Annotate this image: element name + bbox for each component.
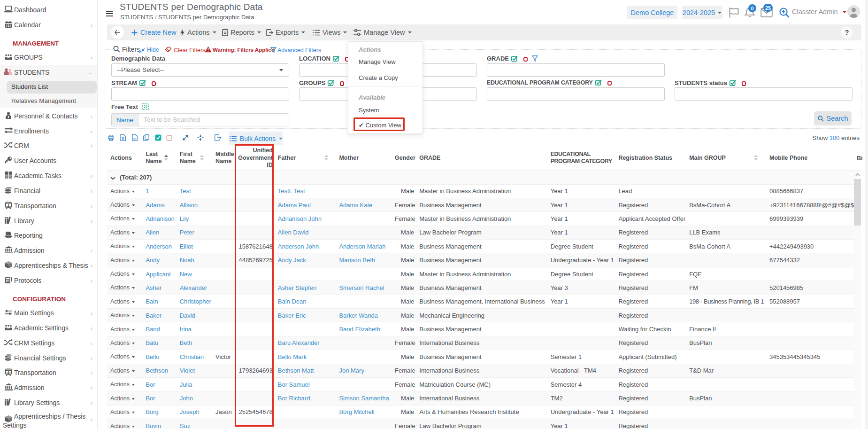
svg-text:csv: csv [133, 138, 137, 140]
